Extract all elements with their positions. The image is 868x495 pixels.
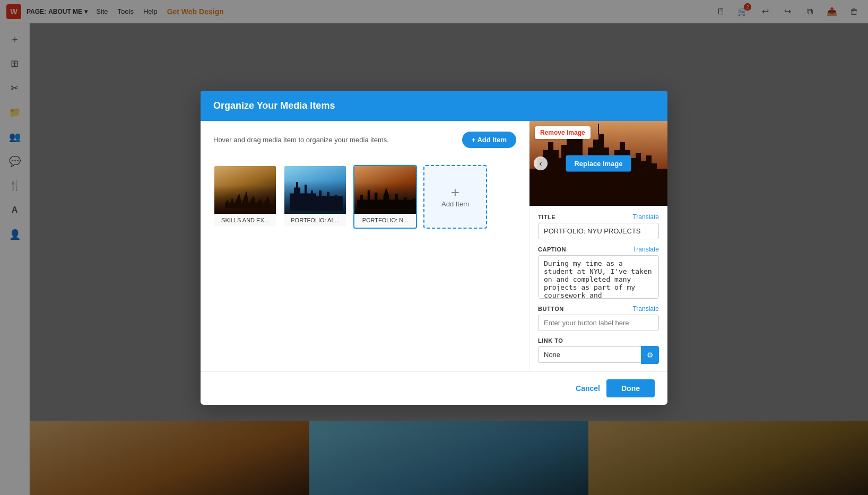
cancel-button[interactable]: Cancel: [576, 384, 600, 393]
button-label-row: BUTTON Translate: [538, 305, 659, 312]
link-to-input[interactable]: [538, 346, 641, 363]
button-input[interactable]: [538, 315, 659, 331]
thumb-label-1: SKILLS AND EX...: [214, 214, 276, 226]
media-thumb-3[interactable]: 3 PORTFOLIO: N...: [353, 165, 417, 229]
modal-header: Organize Your Media Items: [201, 91, 667, 121]
title-input[interactable]: [538, 223, 659, 239]
right-fields: TITLE Translate CAPTION Translate During…: [530, 206, 667, 371]
button-translate-link[interactable]: Translate: [632, 305, 659, 312]
prev-arrow-button[interactable]: ‹: [534, 157, 548, 170]
title-label: TITLE: [538, 214, 555, 220]
link-to-field-row: LINK TO ⚙: [538, 337, 659, 364]
add-item-button[interactable]: + Add Item: [462, 132, 516, 148]
title-field-row: TITLE Translate: [538, 213, 659, 239]
caption-label: CAPTION: [538, 246, 566, 253]
modal-title: Organize Your Media Items: [213, 100, 655, 111]
preview-image: Remove Image Replace Image ‹: [530, 121, 667, 206]
modal-body: Hover and drag media item to organize yo…: [201, 121, 667, 371]
modal-right-panel: Remove Image Replace Image ‹ TITLE Trans…: [530, 121, 667, 371]
link-to-label: LINK TO: [538, 337, 659, 344]
caption-field-row: CAPTION Translate During my time as a st…: [538, 246, 659, 299]
thumb-label-2: PORTFOLIO: AL...: [284, 214, 346, 226]
caption-translate-link[interactable]: Translate: [632, 246, 659, 253]
done-button[interactable]: Done: [606, 379, 655, 397]
media-header: Hover and drag media item to organize yo…: [213, 132, 516, 157]
plus-icon: +: [451, 185, 459, 200]
thumb-img-3: [354, 166, 417, 214]
thumb-img-1: [214, 166, 277, 214]
modal-left-panel: Hover and drag media item to organize yo…: [201, 121, 530, 371]
remove-image-button[interactable]: Remove Image: [535, 126, 591, 139]
caption-label-row: CAPTION Translate: [538, 246, 659, 253]
thumb-label-3: PORTFOLIO: N...: [354, 214, 416, 226]
media-items-grid: 1 SKILLS AND EX... 2 PORTFOLIO: AL...: [213, 165, 516, 229]
button-label: BUTTON: [538, 306, 564, 312]
add-placeholder-label: Add Item: [441, 200, 469, 208]
modal-instruction: Hover and drag media item to organize yo…: [213, 136, 389, 144]
link-to-settings-button[interactable]: ⚙: [641, 346, 659, 364]
replace-image-button[interactable]: Replace Image: [566, 155, 631, 171]
media-thumb-1[interactable]: 1 SKILLS AND EX...: [213, 165, 277, 229]
add-item-placeholder[interactable]: + Add Item: [423, 165, 487, 229]
title-label-row: TITLE Translate: [538, 213, 659, 221]
caption-textarea[interactable]: During my time as a student at NYU, I've…: [538, 255, 659, 299]
thumb-img-2: [284, 166, 347, 214]
modal-footer: Cancel Done: [201, 371, 667, 405]
media-thumb-2[interactable]: 2 PORTFOLIO: AL...: [283, 165, 347, 229]
button-field-row: BUTTON Translate: [538, 305, 659, 331]
organize-media-modal: Organize Your Media Items Hover and drag…: [201, 91, 667, 405]
link-to-row: ⚙: [538, 346, 659, 364]
settings-icon: ⚙: [647, 351, 654, 359]
title-translate-link[interactable]: Translate: [632, 213, 659, 221]
